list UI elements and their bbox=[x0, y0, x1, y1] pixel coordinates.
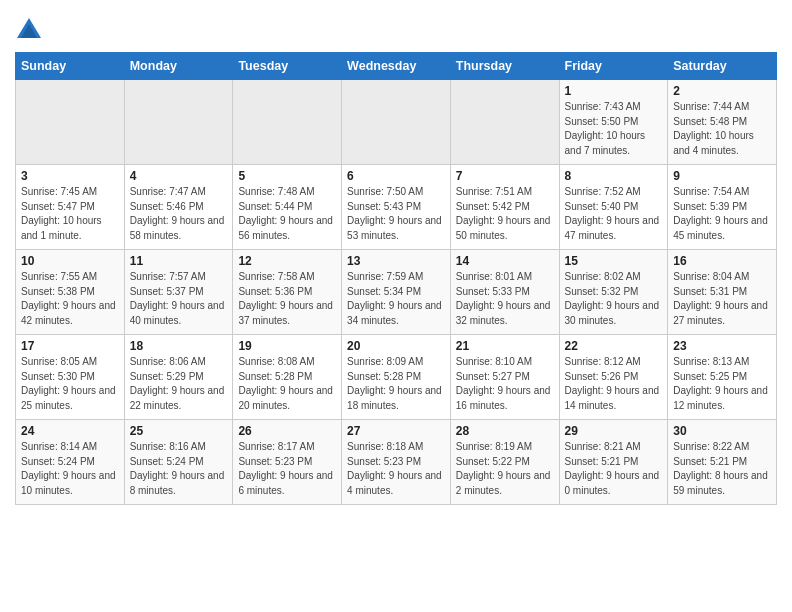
day-info: Sunrise: 7:51 AMSunset: 5:42 PMDaylight:… bbox=[456, 185, 554, 243]
weekday-thursday: Thursday bbox=[450, 53, 559, 80]
day-number: 27 bbox=[347, 424, 445, 438]
calendar-cell: 26Sunrise: 8:17 AMSunset: 5:23 PMDayligh… bbox=[233, 420, 342, 505]
day-number: 11 bbox=[130, 254, 228, 268]
day-number: 18 bbox=[130, 339, 228, 353]
calendar-cell bbox=[124, 80, 233, 165]
weekday-saturday: Saturday bbox=[668, 53, 777, 80]
calendar-cell: 17Sunrise: 8:05 AMSunset: 5:30 PMDayligh… bbox=[16, 335, 125, 420]
calendar-cell: 21Sunrise: 8:10 AMSunset: 5:27 PMDayligh… bbox=[450, 335, 559, 420]
weekday-friday: Friday bbox=[559, 53, 668, 80]
day-info: Sunrise: 7:44 AMSunset: 5:48 PMDaylight:… bbox=[673, 100, 771, 158]
calendar: SundayMondayTuesdayWednesdayThursdayFrid… bbox=[15, 52, 777, 505]
calendar-cell: 12Sunrise: 7:58 AMSunset: 5:36 PMDayligh… bbox=[233, 250, 342, 335]
day-info: Sunrise: 8:13 AMSunset: 5:25 PMDaylight:… bbox=[673, 355, 771, 413]
day-info: Sunrise: 8:18 AMSunset: 5:23 PMDaylight:… bbox=[347, 440, 445, 498]
day-info: Sunrise: 8:14 AMSunset: 5:24 PMDaylight:… bbox=[21, 440, 119, 498]
day-number: 13 bbox=[347, 254, 445, 268]
weekday-wednesday: Wednesday bbox=[342, 53, 451, 80]
weekday-tuesday: Tuesday bbox=[233, 53, 342, 80]
day-number: 29 bbox=[565, 424, 663, 438]
day-number: 8 bbox=[565, 169, 663, 183]
calendar-cell: 7Sunrise: 7:51 AMSunset: 5:42 PMDaylight… bbox=[450, 165, 559, 250]
day-info: Sunrise: 8:12 AMSunset: 5:26 PMDaylight:… bbox=[565, 355, 663, 413]
day-info: Sunrise: 8:19 AMSunset: 5:22 PMDaylight:… bbox=[456, 440, 554, 498]
logo-icon bbox=[15, 16, 43, 44]
calendar-cell: 23Sunrise: 8:13 AMSunset: 5:25 PMDayligh… bbox=[668, 335, 777, 420]
calendar-cell: 6Sunrise: 7:50 AMSunset: 5:43 PMDaylight… bbox=[342, 165, 451, 250]
calendar-cell: 3Sunrise: 7:45 AMSunset: 5:47 PMDaylight… bbox=[16, 165, 125, 250]
day-number: 22 bbox=[565, 339, 663, 353]
day-number: 5 bbox=[238, 169, 336, 183]
logo bbox=[15, 16, 47, 44]
day-number: 28 bbox=[456, 424, 554, 438]
calendar-cell: 29Sunrise: 8:21 AMSunset: 5:21 PMDayligh… bbox=[559, 420, 668, 505]
calendar-cell: 14Sunrise: 8:01 AMSunset: 5:33 PMDayligh… bbox=[450, 250, 559, 335]
calendar-cell: 11Sunrise: 7:57 AMSunset: 5:37 PMDayligh… bbox=[124, 250, 233, 335]
day-info: Sunrise: 8:08 AMSunset: 5:28 PMDaylight:… bbox=[238, 355, 336, 413]
calendar-cell: 22Sunrise: 8:12 AMSunset: 5:26 PMDayligh… bbox=[559, 335, 668, 420]
calendar-cell bbox=[450, 80, 559, 165]
week-row-4: 17Sunrise: 8:05 AMSunset: 5:30 PMDayligh… bbox=[16, 335, 777, 420]
day-info: Sunrise: 7:55 AMSunset: 5:38 PMDaylight:… bbox=[21, 270, 119, 328]
week-row-5: 24Sunrise: 8:14 AMSunset: 5:24 PMDayligh… bbox=[16, 420, 777, 505]
day-number: 1 bbox=[565, 84, 663, 98]
calendar-cell: 2Sunrise: 7:44 AMSunset: 5:48 PMDaylight… bbox=[668, 80, 777, 165]
weekday-sunday: Sunday bbox=[16, 53, 125, 80]
day-number: 9 bbox=[673, 169, 771, 183]
day-info: Sunrise: 8:09 AMSunset: 5:28 PMDaylight:… bbox=[347, 355, 445, 413]
calendar-cell bbox=[16, 80, 125, 165]
day-info: Sunrise: 7:47 AMSunset: 5:46 PMDaylight:… bbox=[130, 185, 228, 243]
day-number: 25 bbox=[130, 424, 228, 438]
calendar-cell bbox=[233, 80, 342, 165]
day-info: Sunrise: 8:21 AMSunset: 5:21 PMDaylight:… bbox=[565, 440, 663, 498]
day-info: Sunrise: 7:54 AMSunset: 5:39 PMDaylight:… bbox=[673, 185, 771, 243]
calendar-cell: 28Sunrise: 8:19 AMSunset: 5:22 PMDayligh… bbox=[450, 420, 559, 505]
calendar-cell: 5Sunrise: 7:48 AMSunset: 5:44 PMDaylight… bbox=[233, 165, 342, 250]
day-info: Sunrise: 8:06 AMSunset: 5:29 PMDaylight:… bbox=[130, 355, 228, 413]
day-number: 21 bbox=[456, 339, 554, 353]
day-number: 4 bbox=[130, 169, 228, 183]
day-number: 10 bbox=[21, 254, 119, 268]
calendar-cell: 9Sunrise: 7:54 AMSunset: 5:39 PMDaylight… bbox=[668, 165, 777, 250]
day-info: Sunrise: 7:45 AMSunset: 5:47 PMDaylight:… bbox=[21, 185, 119, 243]
day-number: 16 bbox=[673, 254, 771, 268]
day-info: Sunrise: 8:22 AMSunset: 5:21 PMDaylight:… bbox=[673, 440, 771, 498]
calendar-cell: 20Sunrise: 8:09 AMSunset: 5:28 PMDayligh… bbox=[342, 335, 451, 420]
week-row-1: 1Sunrise: 7:43 AMSunset: 5:50 PMDaylight… bbox=[16, 80, 777, 165]
calendar-cell: 27Sunrise: 8:18 AMSunset: 5:23 PMDayligh… bbox=[342, 420, 451, 505]
calendar-cell bbox=[342, 80, 451, 165]
calendar-cell: 13Sunrise: 7:59 AMSunset: 5:34 PMDayligh… bbox=[342, 250, 451, 335]
day-number: 14 bbox=[456, 254, 554, 268]
day-info: Sunrise: 7:50 AMSunset: 5:43 PMDaylight:… bbox=[347, 185, 445, 243]
weekday-monday: Monday bbox=[124, 53, 233, 80]
calendar-cell: 4Sunrise: 7:47 AMSunset: 5:46 PMDaylight… bbox=[124, 165, 233, 250]
day-info: Sunrise: 8:01 AMSunset: 5:33 PMDaylight:… bbox=[456, 270, 554, 328]
day-number: 3 bbox=[21, 169, 119, 183]
header bbox=[15, 10, 777, 44]
weekday-header-row: SundayMondayTuesdayWednesdayThursdayFrid… bbox=[16, 53, 777, 80]
week-row-3: 10Sunrise: 7:55 AMSunset: 5:38 PMDayligh… bbox=[16, 250, 777, 335]
day-number: 15 bbox=[565, 254, 663, 268]
day-number: 6 bbox=[347, 169, 445, 183]
calendar-body: 1Sunrise: 7:43 AMSunset: 5:50 PMDaylight… bbox=[16, 80, 777, 505]
day-number: 2 bbox=[673, 84, 771, 98]
calendar-cell: 30Sunrise: 8:22 AMSunset: 5:21 PMDayligh… bbox=[668, 420, 777, 505]
calendar-cell: 25Sunrise: 8:16 AMSunset: 5:24 PMDayligh… bbox=[124, 420, 233, 505]
day-info: Sunrise: 7:59 AMSunset: 5:34 PMDaylight:… bbox=[347, 270, 445, 328]
calendar-cell: 1Sunrise: 7:43 AMSunset: 5:50 PMDaylight… bbox=[559, 80, 668, 165]
day-info: Sunrise: 8:16 AMSunset: 5:24 PMDaylight:… bbox=[130, 440, 228, 498]
day-number: 7 bbox=[456, 169, 554, 183]
day-number: 24 bbox=[21, 424, 119, 438]
day-number: 20 bbox=[347, 339, 445, 353]
calendar-cell: 8Sunrise: 7:52 AMSunset: 5:40 PMDaylight… bbox=[559, 165, 668, 250]
calendar-cell: 18Sunrise: 8:06 AMSunset: 5:29 PMDayligh… bbox=[124, 335, 233, 420]
day-number: 30 bbox=[673, 424, 771, 438]
day-number: 26 bbox=[238, 424, 336, 438]
day-info: Sunrise: 7:48 AMSunset: 5:44 PMDaylight:… bbox=[238, 185, 336, 243]
day-number: 12 bbox=[238, 254, 336, 268]
day-info: Sunrise: 7:57 AMSunset: 5:37 PMDaylight:… bbox=[130, 270, 228, 328]
day-info: Sunrise: 8:02 AMSunset: 5:32 PMDaylight:… bbox=[565, 270, 663, 328]
calendar-cell: 19Sunrise: 8:08 AMSunset: 5:28 PMDayligh… bbox=[233, 335, 342, 420]
day-info: Sunrise: 8:10 AMSunset: 5:27 PMDaylight:… bbox=[456, 355, 554, 413]
day-info: Sunrise: 8:04 AMSunset: 5:31 PMDaylight:… bbox=[673, 270, 771, 328]
